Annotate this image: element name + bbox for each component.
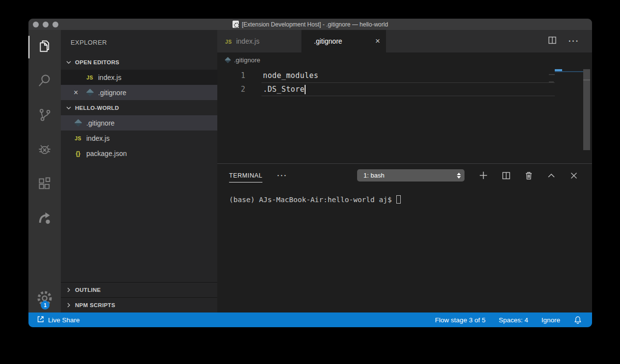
- line-number: 1: [217, 71, 245, 80]
- vertical-scrollbar[interactable]: [583, 69, 590, 150]
- panel-more-icon[interactable]: ···: [277, 171, 287, 180]
- folder-section-header[interactable]: HELLO-WORLD: [61, 100, 217, 115]
- shell-selector-value: 1: bash: [363, 172, 385, 179]
- zoom-window-button[interactable]: [52, 22, 58, 27]
- window-title: [Extension Development Host] - .gitignor…: [242, 21, 388, 28]
- npm-scripts-section-header[interactable]: NPM SCRIPTS: [61, 297, 217, 312]
- file-item-packagejson[interactable]: {} package.json: [61, 146, 217, 161]
- open-editors-header[interactable]: OPEN EDITORS: [61, 54, 217, 70]
- panel-actions: [479, 171, 592, 180]
- chevron-down-icon: [65, 105, 73, 110]
- editor-group: JS index.js .gitignore ×: [217, 30, 592, 312]
- screen-background: [Extension Development Host] - .gitignor…: [0, 0, 620, 364]
- activity-live-share[interactable]: [28, 202, 61, 236]
- file-item-gitignore[interactable]: .gitignore: [61, 115, 217, 130]
- breadcrumb[interactable]: .gitignore: [217, 52, 592, 68]
- app-document-icon: [232, 21, 239, 28]
- activity-bar: 1: [28, 30, 61, 312]
- code-editor[interactable]: 1 node_modules 2 .DS_Store: [217, 68, 592, 163]
- status-bar-right: Flow stage 3 of 5 Spaces: 4 Ignore: [435, 315, 582, 324]
- file-item-indexjs[interactable]: JS index.js: [61, 130, 217, 146]
- code-line-1: 1 node_modules: [217, 69, 592, 82]
- sidebar-title: EXPLORER: [61, 30, 217, 54]
- explorer-sidebar: EXPLORER OPEN EDITORS JS index.js × .git…: [61, 30, 217, 312]
- tab-gitignore[interactable]: .gitignore ×: [302, 30, 386, 52]
- editor-actions: ···: [548, 30, 592, 52]
- js-file-icon: JS: [74, 135, 82, 141]
- live-share-icon: [37, 210, 52, 227]
- more-actions-icon[interactable]: ···: [568, 37, 579, 46]
- json-file-icon: {}: [74, 150, 82, 157]
- tab-label: .gitignore: [314, 37, 342, 45]
- live-share-status-item[interactable]: Live Share: [37, 315, 80, 324]
- tab-indexjs[interactable]: JS index.js: [217, 30, 302, 52]
- shell-selector-dropdown[interactable]: 1: bash: [357, 169, 465, 182]
- status-bar: Live Share Flow stage 3 of 5 Spaces: 4 I…: [28, 312, 592, 327]
- js-file-icon: JS: [85, 75, 94, 80]
- debug-icon: [37, 142, 52, 158]
- notifications-bell-icon[interactable]: [573, 315, 582, 324]
- gitignore-file-icon: [225, 57, 231, 63]
- open-editor-label: .gitignore: [98, 89, 127, 97]
- line-text: .DS_Store: [245, 85, 305, 94]
- file-label: package.json: [86, 150, 127, 157]
- extensions-icon: [37, 176, 52, 193]
- code-line-2: 2 .DS_Store: [217, 82, 592, 96]
- minimize-window-button[interactable]: [43, 22, 49, 27]
- files-icon: [37, 39, 52, 55]
- search-icon: [37, 73, 52, 90]
- close-editor-icon[interactable]: ×: [74, 89, 78, 97]
- close-window-button[interactable]: [33, 22, 39, 27]
- new-terminal-icon[interactable]: [479, 171, 488, 180]
- minimap-text-mark: [549, 81, 554, 82]
- gitignore-file-icon: [74, 120, 82, 126]
- chevron-right-icon: [65, 287, 73, 292]
- ignore-status-item[interactable]: Ignore: [542, 316, 560, 324]
- terminal-panel: TERMINAL ··· 1: bash: [217, 163, 592, 312]
- select-arrows-icon: [457, 173, 461, 179]
- panel-header: TERMINAL ··· 1: bash: [217, 164, 592, 187]
- window-title-wrap: [Extension Development Host] - .gitignor…: [28, 19, 592, 30]
- activity-debug[interactable]: [28, 133, 61, 167]
- split-terminal-icon[interactable]: [502, 171, 511, 180]
- close-tab-icon[interactable]: ×: [375, 36, 380, 46]
- traffic-lights: [33, 22, 58, 27]
- terminal-output[interactable]: (base) AJs-MacBook-Air:hello-world aj$: [217, 187, 592, 204]
- source-control-icon: [37, 107, 52, 124]
- gear-icon: 1: [36, 289, 53, 307]
- file-label: index.js: [86, 134, 109, 142]
- split-editor-icon[interactable]: [548, 36, 557, 47]
- settings-badge: 1: [41, 301, 50, 310]
- activity-source-control[interactable]: [28, 99, 61, 133]
- activity-extensions[interactable]: [28, 167, 61, 202]
- terminal-prompt: (base) AJs-MacBook-Air:hello-world aj$: [229, 196, 392, 204]
- activity-settings[interactable]: 1: [28, 289, 61, 307]
- spaces-status-item[interactable]: Spaces: 4: [499, 316, 528, 324]
- file-label: .gitignore: [86, 119, 115, 127]
- tab-label: index.js: [236, 37, 259, 45]
- outline-section-header[interactable]: OUTLINE: [61, 282, 217, 297]
- maximize-panel-icon[interactable]: [547, 171, 556, 180]
- activity-search[interactable]: [28, 64, 61, 99]
- terminal-cursor: [396, 195, 401, 204]
- close-panel-icon[interactable]: [569, 171, 578, 180]
- vscode-window: [Extension Development Host] - .gitignor…: [28, 19, 592, 327]
- sidebar-bottom-sections: OUTLINE NPM SCRIPTS: [61, 282, 217, 312]
- text-cursor: [305, 85, 306, 94]
- line-text: node_modules: [245, 71, 318, 80]
- chevron-down-icon: [65, 60, 73, 65]
- activity-explorer[interactable]: [28, 30, 61, 64]
- minimap-current-line: [555, 71, 583, 72]
- kill-terminal-trash-icon[interactable]: [524, 171, 533, 180]
- gitignore-file-icon: [85, 90, 94, 95]
- flow-stage-status-item[interactable]: Flow stage 3 of 5: [435, 316, 486, 324]
- open-editor-item-gitignore[interactable]: × .gitignore: [61, 85, 217, 100]
- tab-bar: JS index.js .gitignore ×: [217, 30, 592, 52]
- chevron-right-icon: [65, 303, 73, 308]
- tab-terminal[interactable]: TERMINAL: [229, 164, 262, 187]
- open-editor-label: index.js: [98, 74, 121, 81]
- main-area: 1 EXPLORER OPEN EDITORS JS index.js: [28, 30, 592, 312]
- js-file-icon: JS: [225, 37, 232, 45]
- open-editor-item-indexjs[interactable]: JS index.js: [61, 70, 217, 85]
- minimap-text-mark: [549, 74, 555, 75]
